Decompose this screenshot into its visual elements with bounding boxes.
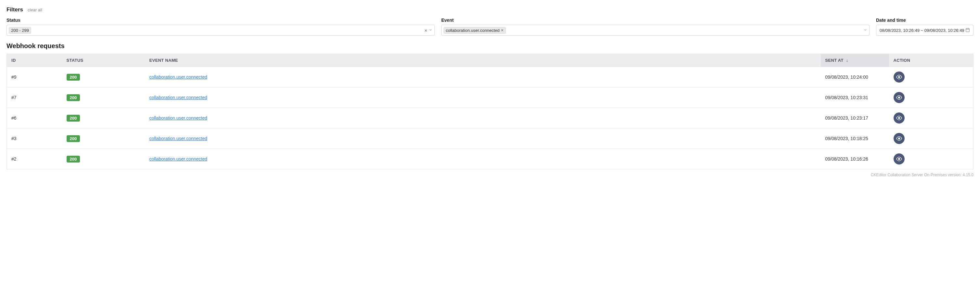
event-link[interactable]: collaboration.user.connected xyxy=(150,115,207,121)
event-label: Event xyxy=(441,18,870,23)
table-row: #7 200 collaboration.user.connected 09/0… xyxy=(7,88,974,108)
date-input[interactable]: 08/08/2023, 10:26:49 ~ 09/08/2023, 10:26… xyxy=(876,25,974,36)
cell-sent-at: 09/08/2023, 10:18:25 xyxy=(821,128,889,149)
cell-sent-at: 09/08/2023, 10:23:31 xyxy=(821,88,889,108)
svg-point-5 xyxy=(898,97,900,99)
cell-sent-at: 09/08/2023, 10:24:00 xyxy=(821,67,889,88)
table-row: #3 200 collaboration.user.connected 09/0… xyxy=(7,128,974,149)
section-title: Webhook requests xyxy=(6,42,974,50)
chevron-down-icon[interactable] xyxy=(863,28,867,33)
view-button[interactable] xyxy=(894,153,905,164)
svg-point-8 xyxy=(898,158,900,160)
svg-point-4 xyxy=(898,76,900,78)
th-event[interactable]: EVENT NAME xyxy=(145,54,821,67)
sort-arrow-down-icon: ↓ xyxy=(846,58,848,63)
status-tag-label: 200 - 299 xyxy=(11,28,29,33)
svg-rect-0 xyxy=(966,28,970,32)
table-row: #2 200 collaboration.user.connected 09/0… xyxy=(7,149,974,169)
webhook-requests-table: ID STATUS EVENT NAME SENT AT ↓ ACTION #9… xyxy=(6,54,974,169)
th-status[interactable]: STATUS xyxy=(62,54,145,67)
event-link[interactable]: collaboration.user.connected xyxy=(150,75,207,80)
cell-id: #6 xyxy=(7,108,62,128)
event-tag-remove-icon[interactable]: × xyxy=(501,28,504,32)
status-badge: 200 xyxy=(67,135,80,142)
th-sent-at[interactable]: SENT AT ↓ xyxy=(821,54,889,67)
status-badge: 200 xyxy=(67,74,80,81)
th-sent-label: SENT AT xyxy=(825,58,843,63)
th-action[interactable]: ACTION xyxy=(889,54,974,67)
svg-point-7 xyxy=(898,138,900,139)
status-badge: 200 xyxy=(67,115,80,121)
th-id[interactable]: ID xyxy=(7,54,62,67)
event-select[interactable]: collaboration.user.connected × xyxy=(441,25,870,36)
cell-id: #3 xyxy=(7,128,62,149)
cell-id: #9 xyxy=(7,67,62,88)
filters-title: Filters xyxy=(6,6,23,13)
event-link[interactable]: collaboration.user.connected xyxy=(150,95,207,100)
status-label: Status xyxy=(6,18,435,23)
cell-id: #2 xyxy=(7,149,62,169)
date-value: 08/08/2023, 10:26:49 ~ 09/08/2023, 10:26… xyxy=(880,28,964,33)
status-badge: 200 xyxy=(67,94,80,101)
cell-sent-at: 09/08/2023, 10:16:26 xyxy=(821,149,889,169)
eye-icon xyxy=(896,95,902,100)
chevron-down-icon[interactable] xyxy=(429,28,433,33)
footer-version: CKEditor Collaboration Server On-Premise… xyxy=(6,173,974,177)
view-button[interactable] xyxy=(894,113,905,124)
date-label: Date and time xyxy=(876,18,974,23)
cell-sent-at: 09/08/2023, 10:23:17 xyxy=(821,108,889,128)
eye-icon xyxy=(896,115,902,121)
svg-point-6 xyxy=(898,117,900,119)
clear-all-link[interactable]: clear all xyxy=(28,8,42,12)
calendar-icon[interactable] xyxy=(966,28,970,33)
event-link[interactable]: collaboration.user.connected xyxy=(150,156,207,162)
status-tag: 200 - 299 xyxy=(9,27,31,34)
event-tag: collaboration.user.connected × xyxy=(444,27,506,34)
status-clear-icon[interactable]: × xyxy=(424,28,427,33)
eye-icon xyxy=(896,135,902,142)
cell-id: #7 xyxy=(7,88,62,108)
event-link[interactable]: collaboration.user.connected xyxy=(150,136,207,141)
eye-icon xyxy=(896,74,902,80)
eye-icon xyxy=(896,156,902,162)
view-button[interactable] xyxy=(894,72,905,83)
table-row: #9 200 collaboration.user.connected 09/0… xyxy=(7,67,974,88)
event-tag-label: collaboration.user.connected xyxy=(446,28,500,33)
view-button[interactable] xyxy=(894,92,905,103)
status-select[interactable]: 200 - 299 × xyxy=(6,25,435,36)
status-badge: 200 xyxy=(67,156,80,162)
table-row: #6 200 collaboration.user.connected 09/0… xyxy=(7,108,974,128)
view-button[interactable] xyxy=(894,133,905,144)
